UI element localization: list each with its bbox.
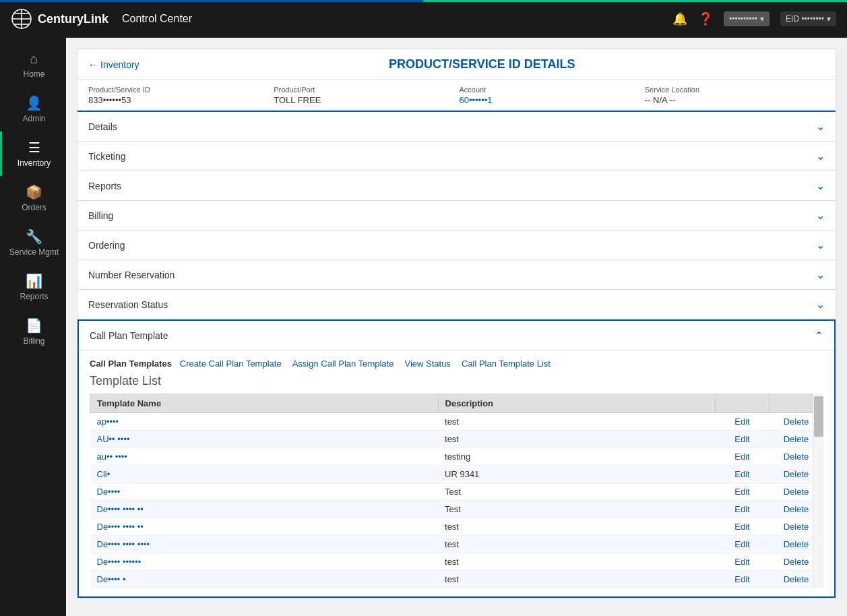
edit-link[interactable]: Edit	[734, 539, 749, 549]
page-header: ← Inventory PRODUCT/SERVICE ID DETAILS	[77, 49, 836, 80]
cell-description: test	[438, 518, 715, 536]
call-plan-template-list-link[interactable]: Call Plan Template List	[462, 359, 551, 369]
table-row: AU•• ••••testEditDelete	[90, 431, 823, 448]
sidebar-item-reports[interactable]: 📊 Reports	[0, 265, 66, 309]
template-name-link[interactable]: De•••• •••• ••	[97, 504, 144, 514]
section-reports-header[interactable]: Reports ⌄	[77, 171, 836, 200]
delete-link[interactable]: Delete	[784, 557, 809, 567]
cell-description: test	[438, 536, 715, 553]
service-location-field: Service Location -- N/A --	[645, 86, 825, 105]
section-details: Details ⌄	[77, 112, 836, 142]
template-name-link[interactable]: AU•• ••••	[97, 434, 130, 444]
delete-link[interactable]: Delete	[784, 452, 809, 462]
admin-icon: 👤	[26, 95, 42, 111]
back-link[interactable]: ← Inventory	[88, 59, 139, 70]
notifications-icon[interactable]: 🔔	[672, 11, 687, 26]
product-service-id-label: Product/Service ID	[88, 86, 268, 94]
template-name-link[interactable]: ap••••	[97, 417, 119, 427]
edit-link[interactable]: Edit	[734, 557, 749, 567]
sidebar-item-admin[interactable]: 👤 Admin	[0, 87, 66, 131]
delete-link[interactable]: Delete	[784, 487, 809, 497]
template-name-link[interactable]: De•••• ••••••	[97, 557, 142, 567]
assign-call-plan-link[interactable]: Assign Call Plan Template	[292, 359, 394, 369]
sidebar-label-reports: Reports	[20, 292, 48, 301]
edit-link[interactable]: Edit	[734, 434, 749, 444]
sidebar-item-orders[interactable]: 📦 Orders	[0, 176, 66, 220]
eid-label: EID ••••••••	[786, 14, 824, 24]
section-reservation-status-header[interactable]: Reservation Status ⌄	[77, 290, 836, 319]
billing-icon: 📄	[26, 317, 42, 334]
cell-template-name: De•••• •••• ••	[90, 518, 439, 536]
delete-link[interactable]: Delete	[784, 574, 809, 584]
section-number-reservation-header[interactable]: Number Reservation ⌄	[77, 260, 836, 289]
cell-template-name: De•••• ••••••	[90, 553, 439, 571]
delete-link[interactable]: Delete	[784, 469, 809, 479]
template-name-link[interactable]: De•••• •••• ••••	[97, 539, 150, 549]
product-service-id-field: Product/Service ID 833••••••53	[88, 86, 268, 105]
sidebar-item-inventory[interactable]: ☰ Inventory	[0, 131, 66, 176]
cell-description: test	[438, 553, 715, 571]
delete-link[interactable]: Delete	[784, 522, 809, 532]
sidebar-label-billing: Billing	[23, 336, 44, 346]
account-value[interactable]: 60••••••1	[460, 95, 493, 105]
page-card: ← Inventory PRODUCT/SERVICE ID DETAILS P…	[77, 49, 836, 598]
template-name-link[interactable]: au•• ••••	[97, 452, 127, 462]
billing-chevron-icon: ⌄	[816, 209, 825, 222]
sidebar-item-service-mgmt[interactable]: 🔧 Service Mgmt	[0, 220, 66, 265]
ticketing-chevron-icon: ⌄	[816, 150, 825, 162]
page-title: PRODUCT/SERVICE ID DETAILS	[139, 57, 825, 71]
back-link-label: Inventory	[100, 59, 139, 70]
sidebar-label-service-mgmt: Service Mgmt	[9, 247, 59, 257]
edit-link[interactable]: Edit	[734, 574, 749, 584]
cell-edit: Edit	[716, 501, 770, 518]
call-plan-section-header[interactable]: Call Plan Template ⌄	[79, 321, 834, 350]
service-location-label: Service Location	[645, 86, 825, 94]
user-menu[interactable]: •••••••••• ▾	[724, 11, 770, 26]
edit-link[interactable]: Edit	[734, 522, 749, 532]
table-row: De•••• •••• ••••testEditDelete	[90, 536, 823, 553]
cell-description: test	[438, 571, 715, 588]
sidebar-label-home: Home	[23, 69, 44, 79]
table-row: ap••••testEditDelete	[90, 413, 823, 431]
reservation-status-chevron-icon: ⌄	[816, 298, 825, 311]
section-reports-title: Reports	[88, 181, 121, 191]
sidebar: ⌂ Home 👤 Admin ☰ Inventory 📦 Orders 🔧 Se…	[0, 38, 66, 616]
help-icon[interactable]: ❓	[698, 11, 713, 26]
edit-link[interactable]: Edit	[734, 417, 749, 427]
delete-link[interactable]: Delete	[784, 434, 809, 444]
edit-link[interactable]: Edit	[734, 452, 749, 462]
section-billing-header[interactable]: Billing ⌄	[77, 201, 836, 230]
cell-description: Test	[438, 483, 715, 501]
section-details-header[interactable]: Details ⌄	[77, 112, 836, 141]
scrollbar[interactable]	[813, 394, 823, 588]
back-chevron-icon: ←	[88, 59, 98, 70]
ordering-chevron-icon: ⌄	[816, 239, 825, 251]
edit-link[interactable]: Edit	[734, 504, 749, 514]
table-row: De•••• •••• ••testEditDelete	[90, 518, 823, 536]
create-call-plan-link[interactable]: Create Call Plan Template	[180, 359, 282, 369]
eid-menu[interactable]: EID •••••••• ▾	[780, 11, 836, 26]
delete-link[interactable]: Delete	[784, 539, 809, 549]
template-name-link[interactable]: Cli•	[97, 469, 111, 479]
section-ordering-header[interactable]: Ordering ⌄	[77, 230, 836, 259]
edit-link[interactable]: Edit	[734, 469, 749, 479]
section-ordering-title: Ordering	[88, 240, 125, 251]
template-name-link[interactable]: De•••• •••• ••	[97, 522, 144, 532]
user-label: ••••••••••	[729, 14, 757, 24]
view-status-link[interactable]: View Status	[404, 359, 450, 369]
edit-link[interactable]: Edit	[734, 487, 749, 497]
section-ticketing-header[interactable]: Ticketing ⌄	[77, 142, 836, 171]
col-header-name: Template Name	[90, 394, 439, 413]
account-field: Account 60••••••1	[460, 86, 639, 105]
user-dropdown-icon: ▾	[760, 14, 764, 24]
app-title: Control Center	[122, 13, 192, 25]
sidebar-item-home[interactable]: ⌂ Home	[0, 43, 66, 87]
eid-dropdown-icon: ▾	[827, 14, 831, 24]
sidebar-item-billing[interactable]: 📄 Billing	[0, 309, 66, 354]
template-name-link[interactable]: De•••• •	[97, 574, 126, 584]
cell-description: UR 9341	[438, 466, 715, 483]
delete-link[interactable]: Delete	[784, 504, 809, 514]
template-name-link[interactable]: De••••	[97, 487, 121, 497]
cell-edit: Edit	[716, 483, 770, 501]
delete-link[interactable]: Delete	[784, 417, 809, 427]
